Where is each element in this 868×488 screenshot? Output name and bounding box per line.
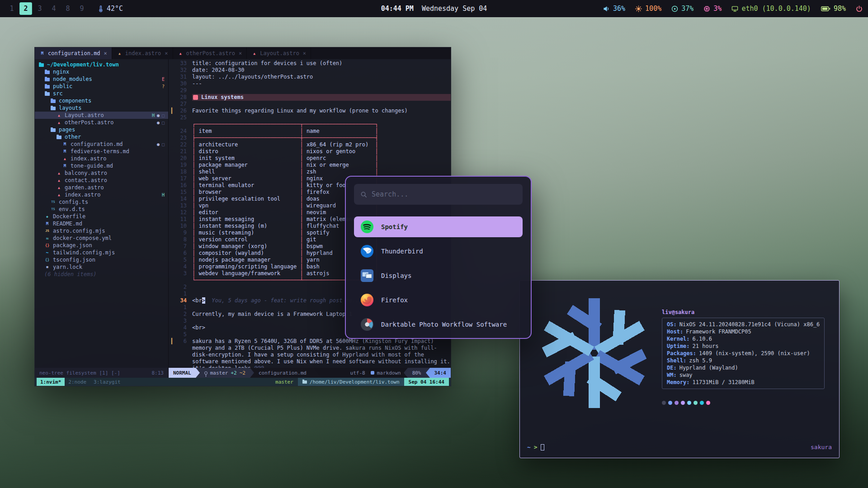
launcher-item[interactable]: Firefox [354, 290, 523, 310]
status-module-brightness: 100% [635, 5, 661, 13]
fetch-info-label: DE: [667, 364, 677, 371]
search-icon [360, 191, 367, 198]
line-number: 29 [175, 87, 187, 94]
line-number: 26 [175, 108, 187, 114]
tree-item[interactable]: balcony.astro [35, 169, 168, 177]
tree-item[interactable]: components [35, 97, 168, 104]
folder-icon [302, 380, 307, 384]
tmux-window[interactable]: 3:lazygit [90, 378, 124, 386]
tree-item-label: configuration.md [71, 141, 123, 147]
tree-item[interactable]: nginx [35, 68, 168, 75]
tree-item[interactable]: astro.config.mjs [35, 227, 168, 235]
tab-close-button[interactable]: × [165, 50, 168, 56]
tmux-window[interactable]: 2:node [65, 378, 90, 386]
tree-item[interactable]: index.astro [35, 155, 168, 162]
tmux-window[interactable]: 1:nvim* [37, 378, 65, 386]
palette-dot [662, 401, 666, 405]
tree-item[interactable]: index.astroH [35, 191, 168, 198]
mode-indicator: NORMAL [169, 368, 196, 378]
clock: 04:44 PM Wednesday Sep 04 [381, 5, 487, 13]
tree-item[interactable]: node_modulesE [35, 75, 168, 83]
tree-item-label: Layout.astro [65, 112, 104, 118]
launcher-item[interactable]: Spotify [354, 216, 523, 237]
workspace-button[interactable]: 1 [5, 2, 18, 15]
tree-item[interactable]: fediverse-terms.md [35, 148, 168, 155]
tree-item[interactable]: pages [35, 126, 168, 133]
line-content: │ init system │ openrc │ [192, 155, 378, 162]
folder-root-icon [39, 63, 44, 67]
tree-item-badges: E [162, 77, 165, 82]
tmux-status-bar: 1:nvim*2:node3:lazygit master /home/liv/… [35, 378, 451, 386]
workspace-button[interactable]: 4 [47, 2, 60, 15]
tab-close-button[interactable]: × [104, 50, 107, 56]
tree-item[interactable]: garden.astro [35, 184, 168, 191]
editor-tab[interactable]: Layout.astro× [247, 47, 311, 59]
launcher-item-label: Firefox [381, 296, 408, 304]
launcher-item[interactable]: Displays [354, 265, 523, 286]
tree-item[interactable]: Layout.astroH●□ [35, 112, 168, 119]
workspace-button[interactable]: 2 [19, 2, 32, 15]
tree-item[interactable]: public? [35, 83, 168, 90]
table-cell: name [303, 128, 375, 134]
table-cell: architecture [195, 141, 300, 148]
launcher-item[interactable]: Thunderbird [354, 241, 523, 262]
astro-icon [56, 113, 62, 118]
tree-item[interactable]: package.json [35, 242, 168, 249]
tree-item[interactable]: ~/Development/liv.town [35, 61, 168, 68]
tree-item[interactable]: config.ts [35, 198, 168, 206]
statusline: neo-tree filesystem [1] [-] 8:13 NORMAL … [35, 368, 451, 378]
table-cell: nixos or gentoo [303, 148, 375, 155]
tab-close-button[interactable]: × [303, 50, 306, 56]
tree-item[interactable]: Dockerfile [35, 213, 168, 220]
tree-item[interactable]: layouts [35, 104, 168, 112]
fetch-info-value: zsh 5.9 [689, 357, 712, 364]
tree-item[interactable]: configuration.md●□ [35, 141, 168, 148]
tree-item[interactable]: contact.astro [35, 177, 168, 184]
workspace-button[interactable]: 3 [33, 2, 46, 15]
status-module-power[interactable] [856, 5, 863, 12]
workspace-button[interactable]: 9 [75, 2, 88, 15]
editor-tab[interactable]: index.astro× [112, 47, 173, 59]
tree-item[interactable]: other [35, 133, 168, 141]
line-number: 17 [175, 175, 187, 182]
editor-tab[interactable]: configuration.md× [35, 47, 112, 59]
table-border: │ [300, 175, 303, 182]
editor-line: 31layout: ../../layouts/otherPost.astro [171, 74, 451, 80]
line-number: 27 [175, 101, 187, 108]
astro-icon-red [178, 51, 184, 56]
editor-line: 19│ package manager │ nix or emerge │ [171, 162, 451, 169]
fetch-info-value: 6.10.6 [693, 335, 712, 343]
tree-item[interactable]: otherPost.astro●□ [35, 119, 168, 126]
search-input[interactable] [372, 190, 516, 198]
table-cell: shell [195, 169, 300, 175]
tree-item[interactable]: (6 hidden items) [35, 271, 168, 278]
tree-item[interactable]: docker-compose.yml [35, 235, 168, 242]
editor-tab[interactable]: otherPost.astro× [173, 47, 247, 59]
tree-item[interactable]: env.d.ts [35, 206, 168, 213]
line-number: 24 [175, 128, 187, 135]
tab-close-button[interactable]: × [239, 50, 242, 56]
tree-item[interactable]: tsconfig.json [35, 256, 168, 263]
power-icon[interactable] [856, 5, 863, 12]
brightness-value: 100% [645, 5, 661, 13]
tree-item[interactable]: yarn.lock [35, 263, 168, 271]
launcher-item[interactable]: Darktable Photo Workflow Software [354, 314, 523, 335]
tree-item[interactable]: src [35, 90, 168, 97]
table-border: │ [300, 250, 303, 256]
search-box[interactable] [354, 184, 523, 205]
tree-item-label: package.json [53, 242, 92, 249]
file-tree[interactable]: ~/Development/liv.townnginxnode_modulesE… [35, 59, 169, 368]
tree-item[interactable]: tailwind.config.mjs [35, 249, 168, 256]
tree-item-label: tone-guide.md [71, 163, 113, 169]
palette-dot [693, 401, 698, 405]
fetch-info-box: OS:NixOS 24.11.20240828.71e91c4 (Vicuna)… [662, 318, 825, 389]
statusline-position: 34:4 [430, 368, 451, 378]
shell-prompt[interactable]: ~ > [527, 444, 544, 450]
workspace-button[interactable]: 8 [61, 2, 74, 15]
tree-item-label: yarn.lock [53, 264, 82, 270]
editor-line: 28Linux systems [171, 94, 451, 101]
line-content: Favorite things regarding Linux and my w… [192, 108, 408, 114]
markdown-icon [39, 51, 45, 56]
tree-item[interactable]: README.md [35, 220, 168, 227]
tree-item[interactable]: tone-guide.md [35, 162, 168, 169]
